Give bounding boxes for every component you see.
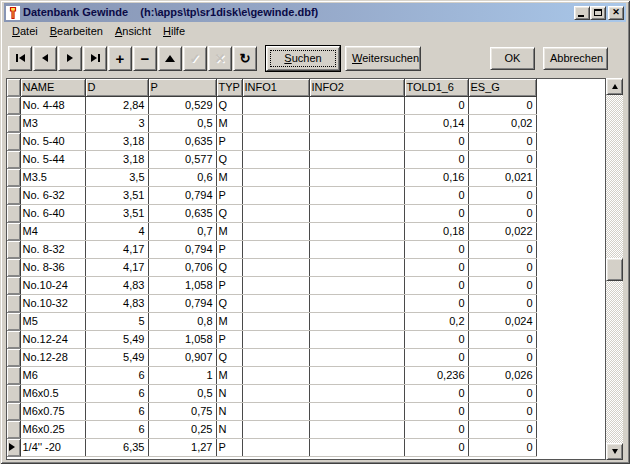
table-row[interactable]: No.10-324,830,794Q00 xyxy=(7,294,605,312)
typ-cell[interactable]: Q xyxy=(216,96,242,114)
d-cell[interactable]: 4,83 xyxy=(85,276,148,294)
p-cell[interactable]: 0,6 xyxy=(148,168,216,186)
info2-cell[interactable] xyxy=(309,366,404,384)
name-cell[interactable]: M6x0.5 xyxy=(20,384,85,402)
menu-item-hilfe[interactable]: Hilfe xyxy=(157,24,191,38)
typ-cell[interactable]: Q xyxy=(216,150,242,168)
table-row[interactable]: No. 4-482,840,529Q00 xyxy=(7,96,605,114)
info1-cell[interactable] xyxy=(242,114,309,132)
prior-record-button[interactable] xyxy=(33,46,57,71)
data-grid[interactable]: NAMEDPTYPINFO1INFO2TOLD1_6ES_GNo. 4-482,… xyxy=(6,78,606,460)
refresh-button[interactable]: ↻ xyxy=(233,46,257,71)
info1-cell[interactable] xyxy=(242,348,309,366)
table-row[interactable]: No.12-285,490,907Q00 xyxy=(7,348,605,366)
info1-cell[interactable] xyxy=(242,168,309,186)
p-cell[interactable]: 0,5 xyxy=(148,114,216,132)
d-cell[interactable]: 6 xyxy=(85,366,148,384)
d-cell[interactable]: 5 xyxy=(85,312,148,330)
es_g-cell[interactable]: 0 xyxy=(468,96,536,114)
told1_6-cell[interactable]: 0 xyxy=(404,348,468,366)
info2-cell[interactable] xyxy=(309,114,404,132)
name-cell[interactable]: M6 xyxy=(20,366,85,384)
d-cell[interactable]: 4,17 xyxy=(85,258,148,276)
p-cell[interactable]: 0,794 xyxy=(148,186,216,204)
name-cell[interactable]: No.12-24 xyxy=(20,330,85,348)
insert-record-button[interactable]: + xyxy=(108,46,132,71)
scrollbar-thumb[interactable] xyxy=(606,258,623,281)
p-cell[interactable]: 0,794 xyxy=(148,294,216,312)
edit-record-button[interactable] xyxy=(158,46,182,71)
name-cell[interactable]: No. 8-32 xyxy=(20,240,85,258)
es_g-cell[interactable]: 0 xyxy=(468,294,536,312)
first-record-button[interactable] xyxy=(8,46,32,71)
minimize-button[interactable] xyxy=(574,6,590,20)
table-row[interactable]: No. 5-443,180,577Q00 xyxy=(7,150,605,168)
delete-record-button[interactable]: − xyxy=(133,46,157,71)
info2-cell[interactable] xyxy=(309,438,404,456)
typ-cell[interactable]: N xyxy=(216,420,242,438)
cancel-edit-button[interactable]: ✕ xyxy=(208,46,232,71)
told1_6-cell[interactable]: 0 xyxy=(404,132,468,150)
p-cell[interactable]: 1 xyxy=(148,366,216,384)
told1_6-cell[interactable]: 0,14 xyxy=(404,114,468,132)
p-cell[interactable]: 0,635 xyxy=(148,132,216,150)
es_g-cell[interactable]: 0 xyxy=(468,132,536,150)
info2-cell[interactable] xyxy=(309,384,404,402)
info1-cell[interactable] xyxy=(242,312,309,330)
told1_6-cell[interactable]: 0 xyxy=(404,276,468,294)
d-cell[interactable]: 3,18 xyxy=(85,132,148,150)
info1-cell[interactable] xyxy=(242,132,309,150)
name-cell[interactable]: No. 6-40 xyxy=(20,204,85,222)
told1_6-cell[interactable]: 0,236 xyxy=(404,366,468,384)
abbrechen-button[interactable]: Abbrechen xyxy=(543,47,608,70)
told1_6-cell[interactable]: 0 xyxy=(404,294,468,312)
d-cell[interactable]: 2,84 xyxy=(85,96,148,114)
es_g-cell[interactable]: 0 xyxy=(468,402,536,420)
d-cell[interactable]: 4,83 xyxy=(85,294,148,312)
table-row[interactable]: M330,5M0,140,02 xyxy=(7,114,605,132)
typ-cell[interactable]: P xyxy=(216,186,242,204)
told1_6-cell[interactable]: 0 xyxy=(404,186,468,204)
p-cell[interactable]: 0,706 xyxy=(148,258,216,276)
p-cell[interactable]: 0,7 xyxy=(148,222,216,240)
info1-cell[interactable] xyxy=(242,204,309,222)
typ-cell[interactable]: P xyxy=(216,330,242,348)
name-cell[interactable]: No. 5-40 xyxy=(20,132,85,150)
maximize-button[interactable] xyxy=(590,6,606,20)
told1_6-cell[interactable]: 0 xyxy=(404,330,468,348)
d-cell[interactable]: 5,49 xyxy=(85,330,148,348)
d-cell[interactable]: 5,49 xyxy=(85,348,148,366)
name-cell[interactable]: No. 4-48 xyxy=(20,96,85,114)
info1-cell[interactable] xyxy=(242,276,309,294)
close-button[interactable]: ✕ xyxy=(608,6,624,20)
typ-cell[interactable]: M xyxy=(216,222,242,240)
menu-item-bearbeiten[interactable]: Bearbeiten xyxy=(44,24,109,38)
told1_6-cell[interactable]: 0 xyxy=(404,204,468,222)
info2-cell[interactable] xyxy=(309,168,404,186)
name-cell[interactable]: 1/4'' -20 xyxy=(20,438,85,456)
table-row[interactable]: No. 6-323,510,794P00 xyxy=(7,186,605,204)
es_g-cell[interactable]: 0 xyxy=(468,150,536,168)
info2-cell[interactable] xyxy=(309,204,404,222)
info1-cell[interactable] xyxy=(242,330,309,348)
table-row[interactable]: No. 8-324,170,794P00 xyxy=(7,240,605,258)
typ-cell[interactable]: P xyxy=(216,438,242,456)
told1_6-cell[interactable]: 0 xyxy=(404,384,468,402)
table-row[interactable]: No.10-244,831,058P00 xyxy=(7,276,605,294)
table-row[interactable]: M661M0,2360,026 xyxy=(7,366,605,384)
es_g-cell[interactable]: 0 xyxy=(468,330,536,348)
d-cell[interactable]: 3 xyxy=(85,114,148,132)
info2-cell[interactable] xyxy=(309,222,404,240)
info2-cell[interactable] xyxy=(309,186,404,204)
table-row[interactable]: No. 8-364,170,706Q00 xyxy=(7,258,605,276)
d-cell[interactable]: 3,5 xyxy=(85,168,148,186)
info1-cell[interactable] xyxy=(242,438,309,456)
info2-cell[interactable] xyxy=(309,150,404,168)
name-cell[interactable]: M6x0.25 xyxy=(20,420,85,438)
told1_6-cell[interactable]: 0 xyxy=(404,96,468,114)
d-cell[interactable]: 3,18 xyxy=(85,150,148,168)
p-cell[interactable]: 0,635 xyxy=(148,204,216,222)
typ-cell[interactable]: N xyxy=(216,402,242,420)
told1_6-cell[interactable]: 0 xyxy=(404,258,468,276)
last-record-button[interactable] xyxy=(83,46,107,71)
